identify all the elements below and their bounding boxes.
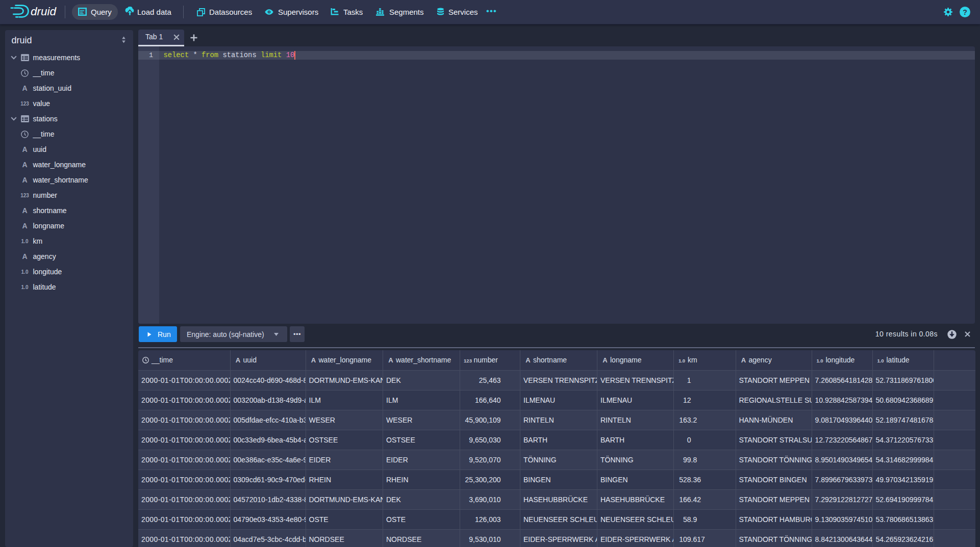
svg-text:?: ? bbox=[963, 8, 967, 16]
